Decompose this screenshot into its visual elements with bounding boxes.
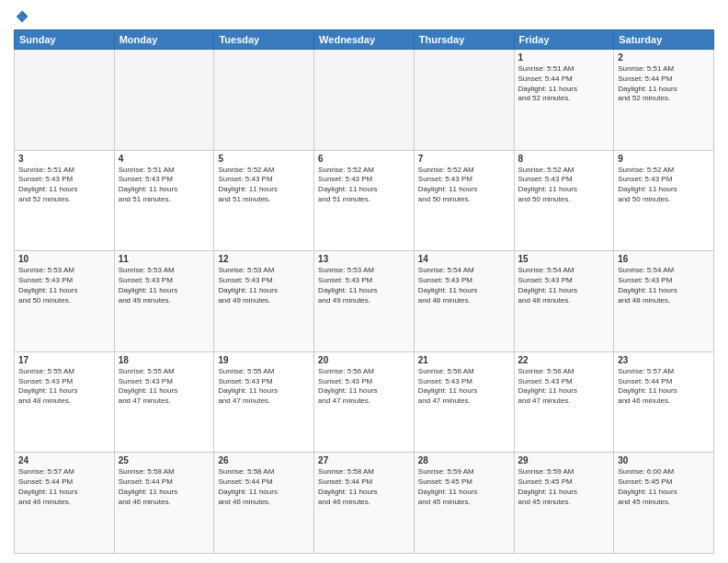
calendar-cell: 22Sunrise: 5:56 AM Sunset: 5:43 PM Dayli…	[514, 351, 614, 453]
calendar-cell: 27Sunrise: 5:58 AM Sunset: 5:44 PM Dayli…	[314, 453, 415, 554]
calendar-cell: 4Sunrise: 5:51 AM Sunset: 5:43 PM Daylig…	[114, 150, 214, 251]
page: SundayMondayTuesdayWednesdayThursdayFrid…	[0, 0, 728, 563]
logo-icon	[15, 9, 29, 24]
day-number: 5	[218, 154, 310, 164]
day-number: 19	[218, 355, 310, 365]
calendar-cell: 30Sunrise: 6:00 AM Sunset: 5:45 PM Dayli…	[614, 453, 714, 554]
calendar-cell: 9Sunrise: 5:52 AM Sunset: 5:43 PM Daylig…	[614, 150, 714, 251]
day-number: 15	[518, 254, 610, 264]
day-number: 16	[618, 254, 710, 264]
calendar-cell	[114, 50, 214, 151]
calendar-cell: 6Sunrise: 5:52 AM Sunset: 5:43 PM Daylig…	[314, 150, 415, 251]
calendar-week-4: 24Sunrise: 5:57 AM Sunset: 5:44 PM Dayli…	[15, 453, 714, 554]
day-content: Sunrise: 5:59 AM Sunset: 5:45 PM Dayligh…	[418, 467, 510, 507]
day-content: Sunrise: 5:54 AM Sunset: 5:43 PM Dayligh…	[618, 266, 710, 305]
day-content: Sunrise: 5:58 AM Sunset: 5:44 PM Dayligh…	[318, 467, 410, 507]
day-content: Sunrise: 5:53 AM Sunset: 5:43 PM Dayligh…	[119, 266, 210, 305]
day-number: 21	[418, 355, 510, 365]
day-number: 13	[318, 254, 410, 264]
day-content: Sunrise: 5:52 AM Sunset: 5:43 PM Dayligh…	[218, 166, 310, 205]
day-number: 25	[119, 455, 210, 465]
weekday-header-tuesday: Tuesday	[214, 30, 314, 50]
day-content: Sunrise: 6:00 AM Sunset: 5:45 PM Dayligh…	[618, 467, 710, 507]
day-content: Sunrise: 5:57 AM Sunset: 5:44 PM Dayligh…	[618, 367, 710, 407]
calendar-cell: 23Sunrise: 5:57 AM Sunset: 5:44 PM Dayli…	[614, 351, 714, 453]
calendar-cell: 24Sunrise: 5:57 AM Sunset: 5:44 PM Dayli…	[15, 453, 115, 554]
calendar-cell: 21Sunrise: 5:56 AM Sunset: 5:43 PM Dayli…	[414, 351, 514, 453]
day-content: Sunrise: 5:55 AM Sunset: 5:43 PM Dayligh…	[18, 367, 110, 407]
day-number: 12	[218, 254, 310, 264]
calendar-week-3: 17Sunrise: 5:55 AM Sunset: 5:43 PM Dayli…	[15, 351, 714, 453]
day-content: Sunrise: 5:54 AM Sunset: 5:43 PM Dayligh…	[418, 266, 510, 305]
day-number: 4	[119, 154, 210, 164]
day-content: Sunrise: 5:56 AM Sunset: 5:43 PM Dayligh…	[418, 367, 510, 407]
day-content: Sunrise: 5:56 AM Sunset: 5:43 PM Dayligh…	[318, 367, 410, 407]
day-content: Sunrise: 5:52 AM Sunset: 5:43 PM Dayligh…	[418, 166, 510, 205]
day-number: 30	[618, 455, 710, 465]
calendar-cell	[15, 50, 115, 151]
calendar-cell: 14Sunrise: 5:54 AM Sunset: 5:43 PM Dayli…	[414, 251, 514, 352]
weekday-header-row: SundayMondayTuesdayWednesdayThursdayFrid…	[15, 30, 714, 50]
weekday-header-friday: Friday	[514, 30, 614, 50]
calendar-cell: 5Sunrise: 5:52 AM Sunset: 5:43 PM Daylig…	[214, 150, 314, 251]
day-number: 14	[418, 254, 510, 264]
day-number: 20	[318, 355, 410, 365]
calendar-cell: 13Sunrise: 5:53 AM Sunset: 5:43 PM Dayli…	[314, 251, 415, 352]
calendar-week-0: 1Sunrise: 5:51 AM Sunset: 5:44 PM Daylig…	[15, 50, 714, 151]
calendar-cell: 10Sunrise: 5:53 AM Sunset: 5:43 PM Dayli…	[15, 251, 115, 352]
day-number: 17	[18, 355, 110, 365]
calendar-cell: 1Sunrise: 5:51 AM Sunset: 5:44 PM Daylig…	[514, 50, 614, 151]
day-number: 23	[618, 355, 710, 365]
calendar-cell: 29Sunrise: 5:59 AM Sunset: 5:45 PM Dayli…	[514, 453, 614, 554]
weekday-header-saturday: Saturday	[614, 30, 714, 50]
calendar-cell: 7Sunrise: 5:52 AM Sunset: 5:43 PM Daylig…	[414, 150, 514, 251]
calendar-cell: 8Sunrise: 5:52 AM Sunset: 5:43 PM Daylig…	[514, 150, 614, 251]
calendar-cell: 12Sunrise: 5:53 AM Sunset: 5:43 PM Dayli…	[214, 251, 314, 352]
day-number: 28	[418, 455, 510, 465]
day-number: 27	[318, 455, 410, 465]
day-content: Sunrise: 5:53 AM Sunset: 5:43 PM Dayligh…	[18, 266, 110, 305]
calendar-cell: 19Sunrise: 5:55 AM Sunset: 5:43 PM Dayli…	[214, 351, 314, 453]
day-number: 3	[18, 154, 110, 164]
day-number: 6	[318, 154, 410, 164]
calendar-cell: 26Sunrise: 5:58 AM Sunset: 5:44 PM Dayli…	[214, 453, 314, 554]
calendar-cell: 2Sunrise: 5:51 AM Sunset: 5:44 PM Daylig…	[614, 50, 714, 151]
day-number: 29	[518, 455, 610, 465]
day-content: Sunrise: 5:52 AM Sunset: 5:43 PM Dayligh…	[618, 166, 710, 205]
day-number: 8	[518, 154, 610, 164]
day-content: Sunrise: 5:51 AM Sunset: 5:43 PM Dayligh…	[119, 166, 210, 205]
weekday-header-wednesday: Wednesday	[314, 30, 415, 50]
day-number: 11	[119, 254, 210, 264]
day-content: Sunrise: 5:58 AM Sunset: 5:44 PM Dayligh…	[218, 467, 310, 507]
day-content: Sunrise: 5:52 AM Sunset: 5:43 PM Dayligh…	[318, 166, 410, 205]
day-number: 24	[18, 455, 110, 465]
calendar-cell: 17Sunrise: 5:55 AM Sunset: 5:43 PM Dayli…	[15, 351, 115, 453]
calendar-week-1: 3Sunrise: 5:51 AM Sunset: 5:43 PM Daylig…	[15, 150, 714, 251]
day-content: Sunrise: 5:51 AM Sunset: 5:44 PM Dayligh…	[618, 64, 710, 104]
day-content: Sunrise: 5:51 AM Sunset: 5:44 PM Dayligh…	[518, 64, 610, 104]
day-content: Sunrise: 5:59 AM Sunset: 5:45 PM Dayligh…	[518, 467, 610, 507]
day-content: Sunrise: 5:58 AM Sunset: 5:44 PM Dayligh…	[119, 467, 210, 507]
calendar-cell: 15Sunrise: 5:54 AM Sunset: 5:43 PM Dayli…	[514, 251, 614, 352]
calendar-week-2: 10Sunrise: 5:53 AM Sunset: 5:43 PM Dayli…	[15, 251, 714, 352]
day-number: 18	[119, 355, 210, 365]
calendar-cell: 3Sunrise: 5:51 AM Sunset: 5:43 PM Daylig…	[15, 150, 115, 251]
day-content: Sunrise: 5:53 AM Sunset: 5:43 PM Dayligh…	[218, 266, 310, 305]
day-content: Sunrise: 5:54 AM Sunset: 5:43 PM Dayligh…	[518, 266, 610, 305]
header	[14, 9, 714, 24]
calendar-cell: 18Sunrise: 5:55 AM Sunset: 5:43 PM Dayli…	[114, 351, 214, 453]
day-number: 10	[18, 254, 110, 264]
day-content: Sunrise: 5:51 AM Sunset: 5:43 PM Dayligh…	[18, 166, 110, 205]
calendar-cell	[314, 50, 415, 151]
calendar-table: SundayMondayTuesdayWednesdayThursdayFrid…	[14, 29, 714, 554]
day-number: 2	[618, 52, 710, 63]
day-number: 7	[418, 154, 510, 164]
weekday-header-monday: Monday	[114, 30, 214, 50]
logo	[14, 9, 29, 24]
day-number: 9	[618, 154, 710, 164]
day-number: 22	[518, 355, 610, 365]
calendar-cell: 16Sunrise: 5:54 AM Sunset: 5:43 PM Dayli…	[614, 251, 714, 352]
calendar-cell	[414, 50, 514, 151]
day-content: Sunrise: 5:52 AM Sunset: 5:43 PM Dayligh…	[518, 166, 610, 205]
day-content: Sunrise: 5:57 AM Sunset: 5:44 PM Dayligh…	[18, 467, 110, 507]
